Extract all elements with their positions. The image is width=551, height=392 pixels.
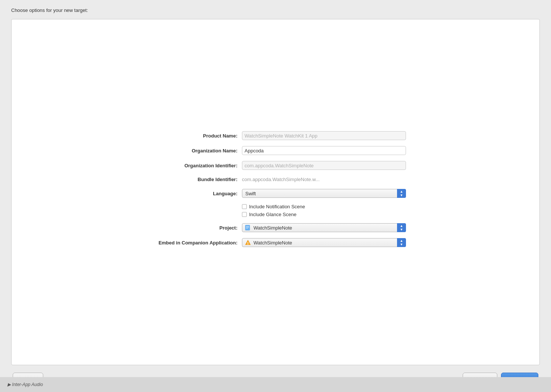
glance-checkbox[interactable] [242,212,247,217]
product-name-input[interactable] [242,131,406,140]
bundle-identifier-label: Bundle Identifier: [145,177,242,182]
svg-rect-6 [248,244,248,245]
bottom-strip: ▶ Inter-App Audio [0,377,551,392]
dialog-container: Choose options for your new target: Prod… [0,0,551,392]
project-label: Project: [145,225,242,231]
svg-rect-5 [248,242,248,244]
dialog-content-area: Product Name: Organization Name: Organiz… [11,19,540,365]
product-name-row: Product Name: [145,131,406,140]
project-file-icon [245,225,251,231]
embed-label: Embed in Companion Application: [145,240,242,246]
svg-rect-0 [245,225,250,230]
notification-checkbox[interactable] [242,204,247,209]
project-select-wrapper[interactable]: WatchSimpleNote ▲ ▼ [242,223,406,232]
org-identifier-label: Organization Identifier: [145,163,242,168]
embed-select[interactable]: WatchSimpleNote [242,238,406,247]
notification-checkbox-row: Include Notification Scene [242,204,406,209]
org-name-row: Organization Name: [145,146,406,155]
org-identifier-row: Organization Identifier: [145,161,406,170]
embed-app-icon [245,240,251,246]
svg-rect-1 [246,226,249,227]
svg-rect-2 [246,227,249,228]
language-row: Language: Swift Objective-C ▲ ▼ [145,189,406,198]
org-name-input[interactable] [242,146,406,155]
org-identifier-input[interactable] [242,161,406,170]
glance-checkbox-row: Include Glance Scene [242,212,406,217]
project-select[interactable]: WatchSimpleNote [242,223,406,232]
bottom-strip-text: ▶ Inter-App Audio [7,382,43,387]
project-row: Project: WatchSimpleNote ▲ ▼ [145,223,406,232]
language-select-wrapper[interactable]: Swift Objective-C ▲ ▼ [242,189,406,198]
form-container: Product Name: Organization Name: Organiz… [145,131,406,253]
language-select[interactable]: Swift Objective-C [242,189,406,198]
product-name-label: Product Name: [145,133,242,139]
dialog-title: Choose options for your new target: [11,7,540,13]
bundle-identifier-row: Bundle Identifier: com.appcoda.WatchSimp… [145,176,406,183]
glance-checkbox-label: Include Glance Scene [249,212,296,217]
org-name-label: Organization Name: [145,148,242,154]
language-label: Language: [145,191,242,196]
notification-checkbox-label: Include Notification Scene [249,204,305,209]
bundle-identifier-value: com.appcoda.WatchSimpleNote.w... [242,176,406,183]
embed-row: Embed in Companion Application: WatchSim… [145,238,406,247]
embed-select-wrapper[interactable]: WatchSimpleNote ▲ ▼ [242,238,406,247]
svg-rect-3 [246,228,248,228]
